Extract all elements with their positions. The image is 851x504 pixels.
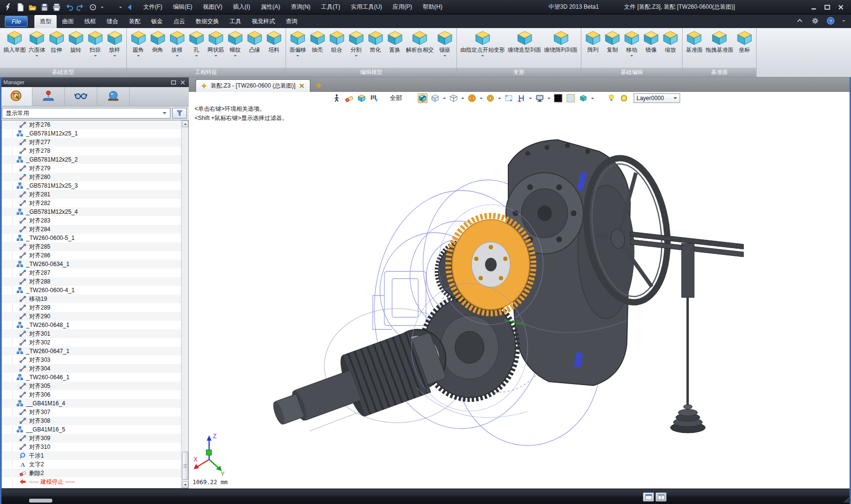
history-item[interactable]: _GB5781M12x25_1	[2, 129, 188, 138]
tool-chamfer-button[interactable]: 倒角	[148, 30, 167, 58]
history-item[interactable]: __GB41M16_4	[2, 399, 188, 408]
tool-csys-button[interactable]: 坐标	[735, 30, 754, 58]
chevron-down-icon[interactable]	[443, 98, 446, 101]
tool-mirror-button[interactable]: 镜像	[641, 30, 661, 58]
viewport-frame-icon[interactable]	[504, 93, 514, 103]
menu-view[interactable]: 视图(V)	[198, 1, 227, 13]
chevron-down-icon[interactable]	[480, 98, 483, 101]
tab-tools[interactable]: 工具	[224, 15, 246, 28]
history-item[interactable]: 对齐277	[2, 138, 188, 147]
history-item[interactable]: ----- 建模停止 -----	[2, 477, 188, 486]
undo-button[interactable]	[64, 3, 73, 12]
history-item[interactable]: 对齐304	[2, 364, 188, 373]
assembly-manager-tab[interactable]	[32, 87, 65, 106]
history-item[interactable]: _TW260-0634_1	[2, 260, 188, 268]
tool-wrap-shape-to-face-button[interactable]: 缠绕造型到面	[506, 30, 543, 58]
open-file-button[interactable]	[28, 3, 37, 12]
history-item[interactable]: 对齐284	[2, 225, 188, 234]
history-item[interactable]: _GB5781M12x25_4	[2, 208, 188, 216]
collapse-left-button[interactable]	[125, 3, 134, 12]
manager-close-icon[interactable]	[180, 80, 185, 85]
tool-stock-button[interactable]: 坯料	[264, 30, 284, 58]
model-canvas[interactable]: <单击右键>环境相关选项。 <Shift +鼠标右键>显示选择过滤器。 全部La…	[189, 92, 851, 489]
file-menu-button[interactable]: File	[5, 16, 28, 27]
document-tab[interactable]: 装配.Z3 - [TW260-0600 (总装图)]	[196, 79, 310, 92]
history-item[interactable]: __GB41M16_5	[2, 425, 188, 434]
tab-sheet-metal[interactable]: 钣金	[146, 15, 168, 28]
display-filter-select[interactable]: 显示常用	[2, 108, 170, 119]
chevron-down-icon[interactable]	[214, 55, 217, 58]
tab-surface[interactable]: 曲面	[57, 15, 79, 28]
tool-inlay-button[interactable]: 镶嵌	[435, 30, 455, 58]
history-item[interactable]: 对齐283	[2, 216, 188, 225]
new-tab-button[interactable]	[315, 82, 322, 89]
print-button[interactable]	[52, 3, 61, 12]
history-item[interactable]: 移动19	[2, 295, 188, 303]
tool-morph-from-point-button[interactable]: 由指定点开始变形	[459, 30, 506, 58]
collapse-ribbon-button[interactable]	[796, 17, 804, 25]
save-button[interactable]	[40, 3, 49, 12]
history-item[interactable]: 对齐279	[2, 164, 188, 173]
status-split-view-button[interactable]	[655, 492, 667, 502]
chevron-down-icon[interactable]	[296, 55, 299, 58]
tool-resolve-self-intersection-button[interactable]: 解析自相交	[405, 30, 436, 58]
history-item[interactable]: 对齐276	[2, 120, 188, 129]
history-item[interactable]: 对齐303	[2, 356, 188, 364]
tool-rib-network-button[interactable]: 网状筋	[206, 30, 226, 58]
chevron-down-icon[interactable]	[195, 55, 198, 58]
menu-help[interactable]: 帮助(H)	[418, 1, 447, 13]
chevron-down-icon[interactable]	[176, 55, 179, 58]
tool-move-button[interactable]: 移动	[622, 30, 641, 58]
filter-funnel-button[interactable]	[172, 108, 187, 119]
history-item[interactable]: 对齐301	[2, 329, 188, 338]
tool-divide-button[interactable]: 分割	[347, 30, 366, 58]
chevron-down-icon[interactable]	[101, 7, 104, 10]
tool-insert-sketch-button[interactable]: 插入草图	[2, 30, 27, 58]
tool-shell-button[interactable]: 抽壳	[308, 30, 327, 58]
chevron-down-icon[interactable]	[119, 7, 122, 10]
scroll-thumb[interactable]	[182, 452, 188, 480]
menu-insert[interactable]: 插入(I)	[228, 1, 254, 13]
menu-applications[interactable]: 应用(P)	[388, 1, 416, 13]
minimize-button[interactable]	[810, 4, 817, 11]
tool-lip-button[interactable]: 凸缘	[245, 30, 264, 58]
tool-block-button[interactable]: 六面体	[27, 30, 47, 58]
render-manager-tab[interactable]	[97, 87, 130, 106]
chevron-down-icon[interactable]	[461, 98, 464, 101]
tool-replace-button[interactable]: 置换	[385, 30, 405, 58]
chevron-down-icon[interactable]	[355, 55, 358, 58]
menu-edit[interactable]: 编辑(E)	[168, 1, 197, 13]
history-item[interactable]: 对齐302	[2, 338, 188, 347]
filter-all-dropdown[interactable]: 全部	[390, 94, 402, 103]
history-item[interactable]: 对齐307	[2, 408, 188, 416]
scroll-down-button[interactable]	[182, 481, 188, 488]
pick-filter-icon[interactable]	[369, 93, 379, 103]
history-item[interactable]: _TW260-0648_1	[2, 321, 188, 329]
chevron-down-icon[interactable]	[591, 98, 594, 101]
history-item[interactable]: _TW260-0600-5_1	[2, 234, 188, 242]
history-item[interactable]: 对齐306	[2, 390, 188, 399]
layer-color-icon[interactable]	[619, 93, 629, 103]
history-item[interactable]: 对齐286	[2, 251, 188, 260]
help-button[interactable]: ?	[827, 17, 835, 25]
chevron-down-icon[interactable]	[547, 98, 550, 101]
tool-thread-button[interactable]: 螺纹	[226, 30, 245, 58]
tool-pattern-button[interactable]: 阵列	[583, 30, 603, 58]
tab-wireframe[interactable]: 线框	[79, 15, 101, 28]
tool-drag-datum-plane-button[interactable]: 拖拽基准面	[704, 30, 735, 58]
chevron-down-icon[interactable]	[443, 55, 446, 58]
tab-inquire[interactable]: 查询	[280, 15, 303, 28]
chevron-down-icon[interactable]	[137, 55, 140, 58]
tool-sweep-button[interactable]: 扫掠	[86, 30, 105, 58]
status-single-view-button[interactable]	[643, 492, 654, 502]
new-file-button[interactable]	[16, 3, 25, 12]
history-item[interactable]: _GB5781M12x25_3	[2, 181, 188, 190]
history-manager-tab[interactable]	[0, 87, 32, 106]
menu-inquire[interactable]: 查询(N)	[287, 1, 315, 13]
tab-assembly[interactable]: 装配	[123, 15, 146, 28]
close-button[interactable]	[837, 4, 844, 11]
history-item[interactable]: 对齐288	[2, 277, 188, 286]
render-mode-dropdown[interactable]	[467, 93, 477, 103]
tool-combine-button[interactable]: 组合	[327, 30, 347, 58]
wireframe-mode-dropdown[interactable]	[449, 93, 458, 103]
